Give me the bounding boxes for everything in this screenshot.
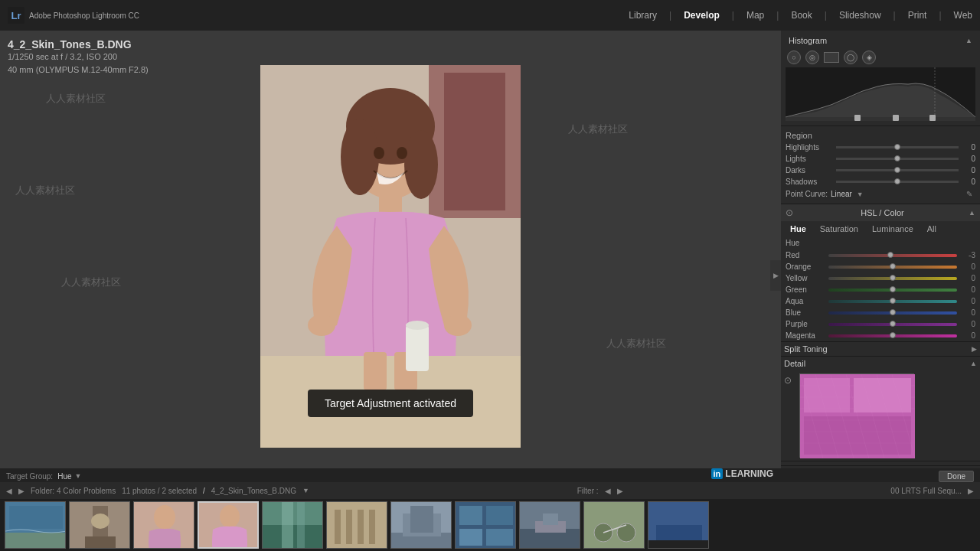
svg-rect-79 (648, 540, 709, 549)
histogram-header[interactable]: Histogram ▲ (786, 34, 975, 47)
svg-rect-25 (804, 378, 850, 412)
histogram-panel: Histogram ▲ ○ ◎ ◯ ◈ (781, 31, 980, 126)
exif-line1: 1/1250 sec at f / 3.2, ISO 200 (8, 51, 149, 64)
thumb-11[interactable] (648, 501, 709, 549)
hsl-green-slider[interactable] (828, 289, 957, 292)
thumb-9[interactable] (519, 501, 580, 549)
thumb-4-selected[interactable] (198, 501, 259, 549)
hsl-red-row: Red -3 (781, 249, 980, 261)
hsl-tab-saturation[interactable]: Saturation (814, 223, 864, 235)
target-group-label: Target Group: (6, 472, 53, 481)
detail-gear-icon[interactable]: ⊙ (784, 375, 796, 387)
point-curves-dropdown[interactable]: ▼ (857, 191, 864, 198)
filmstrip-more[interactable]: ▶ (968, 487, 974, 495)
hsl-yellow-slider[interactable] (828, 277, 957, 280)
hsl-yellow-row: Yellow 0 (781, 272, 980, 284)
thumb-10[interactable] (583, 501, 645, 549)
hsl-green-value: 0 (960, 285, 975, 294)
status-bar: Target Group: Hue ▼ Done (0, 468, 980, 484)
top-navigation: Lr Adobe Photoshop Lightroom CC Library … (0, 0, 980, 31)
right-panel: Histogram ▲ ○ ◎ ◯ ◈ (781, 31, 980, 482)
split-toning-header[interactable]: Split Toning ▶ (781, 342, 980, 356)
image-metadata: 4_2_Skin_Tones_B.DNG 1/1250 sec at f / 3… (8, 38, 149, 76)
hsl-tab-luminance[interactable]: Luminance (866, 223, 920, 235)
svg-rect-66 (459, 506, 482, 525)
nav-library[interactable]: Library (629, 10, 657, 21)
watermark-text: 人人素材社区 (46, 92, 106, 106)
hsl-aqua-slider[interactable] (828, 300, 957, 303)
tone-region-panel: Region Highlights 0 Lights 0 Darks 0 Sha… (781, 126, 980, 204)
thumb-7[interactable] (390, 501, 452, 549)
target-group-dropdown[interactable]: ▼ (75, 472, 82, 480)
point-curves-edit[interactable]: ✎ (966, 190, 972, 198)
nav-web[interactable]: Web (954, 10, 972, 21)
hsl-tab-all[interactable]: All (921, 223, 942, 235)
filmstrip-toolbar: ◀ ▶ Folder: 4 Color Problems 11 photos /… (0, 482, 980, 499)
svg-point-8 (341, 119, 379, 195)
hist-tool-2[interactable]: ◎ (805, 51, 819, 64)
app-title: Adobe Photoshop Lightroom CC (29, 11, 139, 20)
nav-print[interactable]: Print (908, 10, 927, 21)
folder-label: Folder: 4 Color Problems (31, 487, 116, 495)
hist-tool-4[interactable]: ◯ (844, 51, 858, 64)
hist-tool-5[interactable]: ◈ (862, 51, 876, 64)
nav-book[interactable]: Book (791, 10, 812, 21)
svg-rect-15 (364, 352, 387, 390)
linkedin-watermark: in LEARNING (711, 468, 773, 479)
hsl-blue-value: 0 (960, 308, 975, 317)
region-header-row: Region (786, 129, 975, 142)
svg-rect-46 (85, 536, 116, 548)
nav-prev[interactable]: ◀ (6, 487, 12, 495)
nav-develop[interactable]: Develop (684, 10, 720, 21)
current-file-name: 4_2_Skin_Tones_B.DNG (211, 487, 296, 495)
svg-point-13 (308, 315, 335, 336)
done-button[interactable]: Done (939, 471, 974, 482)
svg-point-9 (404, 130, 438, 199)
nav-next[interactable]: ▶ (18, 487, 24, 495)
right-panel-toggle[interactable]: ▶ (770, 260, 781, 291)
hsl-purple-slider[interactable] (828, 323, 957, 326)
current-file-dropdown[interactable]: ▼ (302, 487, 309, 494)
thumb-1[interactable] (5, 501, 66, 549)
hsl-chevron: ▲ (969, 209, 975, 217)
highlights-slider[interactable] (836, 146, 959, 148)
thumb-5[interactable] (262, 501, 323, 549)
hsl-magenta-slider[interactable] (828, 334, 957, 337)
lrts-info: 00 LRTS Full Sequ... (890, 487, 962, 495)
hsl-red-slider[interactable] (828, 254, 957, 257)
hsl-blue-slider[interactable] (828, 311, 957, 315)
svg-rect-17 (406, 325, 429, 371)
histogram-chevron: ▲ (965, 37, 972, 44)
hsl-purple-label: Purple (786, 320, 825, 328)
hsl-orange-slider[interactable] (828, 266, 957, 269)
darks-slider[interactable] (836, 169, 959, 171)
thumb-8[interactable] (455, 501, 516, 549)
shadows-row: Shadows 0 (786, 176, 975, 187)
thumb-6[interactable] (326, 501, 387, 549)
filter-prev[interactable]: ◀ (605, 487, 611, 495)
hsl-purple-row: Purple 0 (781, 318, 980, 330)
thumb-2[interactable] (69, 501, 130, 549)
hist-tool-1[interactable]: ○ (787, 51, 801, 64)
hsl-red-value: -3 (960, 251, 975, 259)
thumb-3[interactable] (133, 501, 194, 549)
hsl-header[interactable]: ⊙ HSL / Color ▲ (781, 204, 980, 221)
hsl-red-label: Red (786, 251, 825, 259)
svg-rect-80 (656, 525, 702, 540)
hsl-blue-label: Blue (786, 308, 825, 317)
lights-slider[interactable] (836, 158, 959, 160)
filter-next[interactable]: ▶ (617, 487, 623, 495)
shadows-slider[interactable] (836, 181, 959, 183)
watermark-text-3: 人人素材社区 (61, 276, 121, 289)
hsl-target-icon[interactable]: ⊙ (786, 207, 793, 218)
nav-slideshow[interactable]: Slideshow (839, 10, 881, 21)
point-curves-value: Linear (831, 190, 852, 198)
hsl-blue-row: Blue 0 (781, 307, 980, 318)
exif-line2: 40 mm (OLYMPUS M.12-40mm F2.8) (8, 64, 149, 77)
nav-map[interactable]: Map (746, 10, 764, 21)
shadows-value: 0 (963, 178, 975, 186)
hist-tool-3[interactable] (824, 52, 839, 63)
watermark-text-2: 人人素材社区 (15, 184, 75, 197)
detail-header[interactable]: Detail ▲ (781, 357, 980, 370)
hsl-tab-hue[interactable]: Hue (784, 223, 812, 235)
